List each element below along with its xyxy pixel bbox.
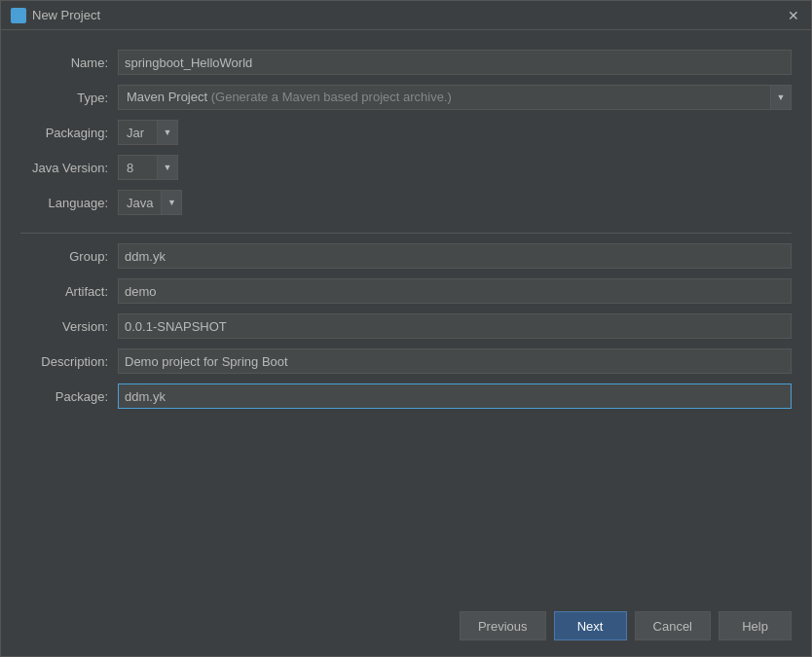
- help-button[interactable]: Help: [719, 611, 792, 640]
- java-version-dropdown-button[interactable]: ▼: [157, 155, 178, 180]
- chevron-down-icon: ▼: [164, 163, 172, 172]
- group-row: Group:: [20, 243, 792, 269]
- language-dropdown-button[interactable]: ▼: [161, 190, 182, 215]
- name-input[interactable]: [118, 50, 792, 75]
- language-field: Java ▼: [118, 190, 792, 215]
- packaging-dropdown: Jar ▼: [118, 120, 792, 145]
- title-bar-left: New Project: [11, 8, 100, 23]
- svg-rect-0: [13, 10, 24, 21]
- java-version-label: Java Version:: [20, 161, 118, 175]
- artifact-row: Artifact:: [20, 278, 792, 304]
- name-row: Name:: [20, 50, 792, 75]
- packaging-row: Packaging: Jar ▼: [20, 120, 792, 145]
- version-row: Version:: [20, 313, 792, 339]
- description-field: [118, 348, 792, 374]
- title-bar: New Project ✕: [1, 1, 811, 30]
- artifact-field: [118, 278, 792, 304]
- name-label: Name:: [20, 55, 118, 70]
- description-input[interactable]: [118, 348, 792, 374]
- new-project-dialog: New Project ✕ Name: Type: Maven Project …: [0, 0, 812, 657]
- chevron-down-icon: ▼: [164, 128, 172, 137]
- package-field: [118, 383, 792, 409]
- language-dropdown: Java ▼: [118, 190, 792, 215]
- dialog-title: New Project: [32, 8, 100, 22]
- previous-button[interactable]: Previous: [460, 611, 546, 640]
- java-version-field: 8 ▼: [118, 155, 792, 180]
- packaging-dropdown-button[interactable]: ▼: [157, 120, 178, 145]
- version-field: [118, 313, 792, 339]
- chevron-down-icon: ▼: [777, 92, 786, 102]
- group-field: [118, 243, 792, 269]
- packaging-value: Jar: [118, 120, 157, 145]
- java-version-value: 8: [118, 155, 157, 180]
- language-row: Language: Java ▼: [20, 190, 792, 215]
- close-button[interactable]: ✕: [786, 8, 801, 23]
- java-version-dropdown: 8 ▼: [118, 155, 792, 180]
- package-row: Package:: [20, 383, 792, 409]
- version-label: Version:: [20, 319, 118, 334]
- dialog-icon: [11, 8, 26, 23]
- language-value: Java: [118, 190, 161, 215]
- type-dropdown-button[interactable]: ▼: [770, 85, 792, 110]
- packaging-field: Jar ▼: [118, 120, 792, 145]
- type-field: Maven Project (Generate a Maven based pr…: [118, 85, 792, 110]
- group-label: Group:: [20, 249, 118, 264]
- language-label: Language:: [20, 196, 118, 210]
- divider: [20, 233, 792, 234]
- form-content: Name: Type: Maven Project (Generate a Ma…: [1, 30, 811, 602]
- package-label: Package:: [20, 389, 118, 404]
- java-version-row: Java Version: 8 ▼: [20, 155, 792, 180]
- group-input[interactable]: [118, 243, 792, 269]
- type-value: Maven Project (Generate a Maven based pr…: [118, 85, 770, 110]
- type-row: Type: Maven Project (Generate a Maven ba…: [20, 85, 792, 110]
- chevron-down-icon: ▼: [167, 198, 176, 207]
- type-label: Type:: [20, 91, 118, 105]
- cancel-button[interactable]: Cancel: [635, 611, 711, 640]
- artifact-input[interactable]: [118, 278, 792, 304]
- version-input[interactable]: [118, 313, 792, 339]
- package-input[interactable]: [118, 383, 792, 409]
- packaging-label: Packaging:: [20, 126, 118, 140]
- next-button[interactable]: Next: [554, 611, 627, 640]
- artifact-label: Artifact:: [20, 284, 118, 299]
- footer: Previous Next Cancel Help: [1, 602, 811, 656]
- name-field: [118, 50, 792, 75]
- description-row: Description:: [20, 348, 792, 374]
- type-wrapper: Maven Project (Generate a Maven based pr…: [118, 85, 792, 110]
- description-label: Description:: [20, 354, 118, 369]
